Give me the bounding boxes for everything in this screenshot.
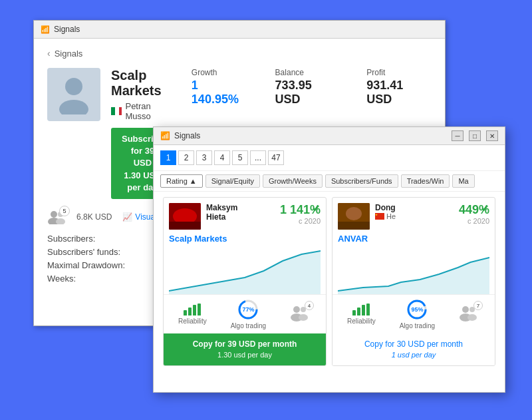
card-2-author-info: Dong He [375, 203, 454, 220]
page-5-button[interactable]: 5 [232, 150, 248, 165]
page-47-button[interactable]: 47 [268, 150, 284, 165]
card-2-algo: 95% Algo trading [400, 299, 435, 329]
bar4 [198, 304, 201, 315]
svg-point-18 [299, 314, 308, 321]
filter-trades-win-button[interactable]: Trades/Win [401, 174, 450, 188]
page-3-button[interactable]: 3 [196, 150, 212, 165]
card-1-author-last: Hieta [206, 212, 275, 222]
profile-name: Scalp Markets [111, 68, 174, 99]
bar2 [357, 308, 360, 315]
flag-china-icon [375, 213, 384, 220]
card-2-verified-icon: ✔ [481, 203, 489, 214]
card-1-subscribers: 4 [290, 304, 311, 325]
algo-pct-2: 95% [411, 306, 423, 313]
subscriber-group-1: 4 [290, 304, 311, 325]
card-2-country: He [375, 212, 454, 220]
svg-point-20 [346, 207, 362, 220]
copy-button-1[interactable]: Copy for 39 USD per month 1.30 usd per d… [164, 333, 326, 365]
card-1-chart [164, 248, 326, 294]
filter-bar: Rating ▲ Signal/Equity Growth/Weeks Subs… [154, 171, 505, 192]
bar1 [352, 310, 356, 315]
close-button[interactable]: ✕ [486, 130, 498, 141]
card-1-footer: Reliability 77% Algo trading [164, 294, 326, 333]
svg-rect-4 [119, 107, 122, 115]
card-1-year: c 2020 [280, 217, 321, 225]
svg-rect-21 [338, 222, 370, 230]
pagination-bar: 1 2 3 4 5 ... 47 [154, 145, 505, 171]
funds-value: 6.8K USD [76, 212, 112, 222]
reliability-label-2: Reliability [347, 317, 376, 325]
page-ellipsis-button[interactable]: ... [250, 150, 266, 165]
front-signals-icon: 📶 [160, 131, 170, 140]
card-1-signal-name[interactable]: Scalp Markets [164, 232, 326, 248]
back-titlebar: 📶 Signals [34, 21, 445, 39]
signal-card-1: Maksym Hieta 1 141% c 2020 ✔ Scalp Marke… [163, 197, 327, 366]
card-2-subscribers: 7 [459, 304, 480, 325]
filter-signal-equity-button[interactable]: Signal/Equity [205, 174, 260, 188]
signal-card-2: Dong He 449% c 2020 ✔ ANVAR [332, 197, 495, 366]
reliability-bars-1 [184, 304, 201, 315]
subscriber-group-2: 7 [459, 304, 480, 325]
card-2-reliability: Reliability [347, 304, 376, 325]
card-1-algo: 77% Algo trading [231, 299, 266, 329]
svg-rect-11 [169, 222, 201, 230]
bar3 [193, 305, 196, 315]
copy-button-2[interactable]: Copy for 30 USD per month 1 usd per day [332, 333, 495, 365]
front-window-title: Signals [174, 131, 200, 140]
reliability-bars-2 [352, 304, 370, 315]
page-2-button[interactable]: 2 [178, 150, 194, 165]
bar3 [362, 305, 365, 315]
profit-value: 931.41 USD [366, 79, 432, 106]
svg-marker-12 [169, 251, 321, 294]
card-1-author-info: Maksym Hieta [206, 203, 275, 222]
svg-rect-3 [115, 107, 119, 115]
flag-italy-icon [111, 107, 122, 115]
bar4 [366, 304, 370, 315]
filter-subscribers-funds-button[interactable]: Subscribers/Funds [325, 174, 398, 188]
svg-marker-24 [338, 258, 489, 294]
back-window-title: Signals [54, 25, 80, 34]
filter-more-button[interactable]: Ma [452, 174, 474, 188]
subscriber-count-2: 7 [473, 301, 483, 310]
algo-circle-2: 95% [406, 299, 428, 320]
card-2-chart [332, 248, 495, 294]
nav-label: Signals [55, 49, 83, 59]
page-4-button[interactable]: 4 [214, 150, 230, 165]
card-2-footer: Reliability 95% Algo trading [332, 294, 495, 333]
author-name: Petran Musso [125, 101, 174, 121]
card-1-thumbnail [169, 203, 201, 230]
minimize-button[interactable]: ─ [452, 130, 464, 141]
algo-pct-1: 77% [242, 306, 254, 313]
svg-point-15 [293, 306, 300, 313]
chart-icon: 📈 [122, 212, 132, 222]
back-chevron-icon[interactable]: ‹ [47, 48, 51, 59]
signals-icon: 📶 [41, 25, 50, 34]
algo-circle-1: 77% [237, 299, 259, 320]
filter-rating-button[interactable]: Rating ▲ [160, 174, 203, 188]
front-signals-window: 📶 Signals ─ □ ✕ 1 2 3 4 5 ... 47 Rating … [153, 126, 505, 393]
page-1-button[interactable]: 1 [160, 150, 176, 165]
maximize-button[interactable]: □ [469, 130, 481, 141]
svg-point-5 [51, 211, 57, 218]
copy-line1-2: Copy for 30 USD per month [335, 339, 492, 350]
algo-label-2: Algo trading [400, 322, 435, 329]
card-2-author-first: Dong [375, 203, 454, 212]
growth-label: Growth [192, 68, 249, 77]
breadcrumb: ‹ Signals [47, 48, 432, 59]
card-2-thumbnail [338, 203, 370, 230]
bar1 [184, 310, 187, 315]
svg-point-27 [462, 306, 469, 313]
card-2-signal-name[interactable]: ANVAR [332, 232, 495, 248]
window-controls: ─ □ ✕ [452, 130, 498, 141]
card-1-author-first: Maksym [206, 203, 275, 212]
copy-line1-1: Copy for 39 USD per month [166, 339, 323, 350]
card-1-reliability: Reliability [178, 304, 207, 325]
filter-growth-weeks-button[interactable]: Growth/Weeks [263, 174, 323, 188]
balance-value: 733.95 USD [275, 79, 340, 106]
card-2-author-last: He [386, 212, 396, 220]
copy-line2-1: 1.30 usd per day [166, 350, 323, 360]
svg-point-1 [59, 100, 88, 114]
subscriber-badge: 5 [59, 206, 70, 216]
balance-label: Balance [275, 68, 340, 77]
card-1-header: Maksym Hieta 1 141% c 2020 ✔ [164, 198, 326, 232]
